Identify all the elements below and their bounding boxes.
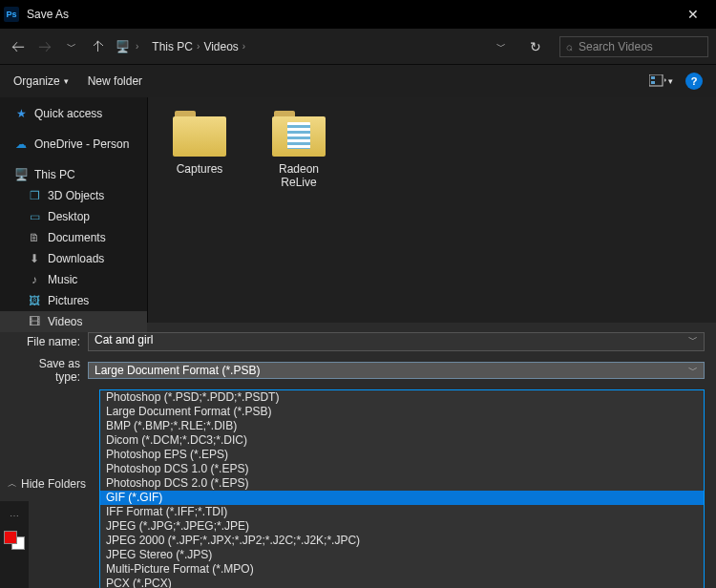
sidebar-item-this-pc[interactable]: 🖥️ This PC bbox=[0, 164, 147, 185]
monitor-icon: 🖥️ bbox=[13, 167, 29, 182]
download-icon: ⬇ bbox=[27, 251, 42, 266]
sidebar-item-documents[interactable]: 🗎Documents bbox=[0, 227, 147, 248]
up-button[interactable]: 🡡 bbox=[88, 36, 109, 57]
cube-icon: ❒ bbox=[27, 188, 42, 203]
document-icon: 🗎 bbox=[27, 230, 42, 245]
new-folder-button[interactable]: New folder bbox=[88, 74, 142, 88]
chevron-right-icon: › bbox=[242, 41, 245, 52]
window-title: Save As bbox=[27, 8, 69, 21]
chevron-right-icon: › bbox=[197, 41, 200, 52]
svg-rect-1 bbox=[651, 76, 655, 79]
file-type-option[interactable]: Photoshop (*.PSD;*.PDD;*.PSDT) bbox=[100, 390, 704, 405]
folder-captures[interactable]: Captures bbox=[163, 109, 236, 311]
music-icon: ♪ bbox=[27, 272, 42, 287]
nav-bar: 🡠 🡢 ﹀ 🡡 🖥️ › This PC › Videos › ﹀ ↻ ⌕ Se… bbox=[0, 29, 716, 65]
address-dropdown-button[interactable]: ﹀ bbox=[491, 36, 512, 57]
desktop-icon: ▭ bbox=[27, 209, 42, 224]
sidebar-item-pictures[interactable]: 🖼Pictures bbox=[0, 290, 147, 311]
search-icon: ⌕ bbox=[566, 40, 573, 53]
star-icon: ★ bbox=[13, 106, 29, 121]
save-form: File name: Cat and girl ﹀ Save as type: … bbox=[0, 323, 716, 588]
sidebar-item-quick-access[interactable]: ★ Quick access bbox=[0, 103, 147, 124]
view-options-button[interactable]: ▾ bbox=[647, 73, 674, 90]
back-button[interactable]: 🡠 bbox=[8, 36, 29, 57]
file-view[interactable]: Captures Radeon ReLive bbox=[148, 97, 716, 323]
svg-rect-0 bbox=[649, 74, 663, 86]
crumb-this-pc[interactable]: This PC bbox=[152, 40, 193, 53]
file-type-option[interactable]: Dicom (*.DCM;*.DC3;*.DIC) bbox=[100, 433, 704, 448]
toolbar: Organize ▾ New folder ▾ ? bbox=[0, 65, 716, 97]
file-type-option[interactable]: PCX (*.PCX) bbox=[100, 577, 704, 588]
caret-down-icon: ▾ bbox=[668, 76, 673, 86]
photoshop-logo-icon: Ps bbox=[4, 7, 19, 22]
organize-button[interactable]: Organize ▾ bbox=[13, 74, 69, 88]
save-as-type-label: Save as type: bbox=[11, 357, 88, 384]
file-type-option[interactable]: JPEG (*.JPG;*.JPEG;*.JPE) bbox=[100, 519, 704, 534]
breadcrumb[interactable]: This PC › Videos › bbox=[144, 35, 485, 58]
file-type-option[interactable]: JPEG Stereo (*.JPS) bbox=[100, 548, 704, 562]
sidebar-item-desktop[interactable]: ▭Desktop bbox=[0, 206, 147, 227]
chevron-right-icon: › bbox=[136, 41, 138, 52]
svg-rect-2 bbox=[651, 81, 655, 84]
search-placeholder: Search Videos bbox=[579, 40, 653, 53]
file-name-input[interactable]: Cat and girl ﹀ bbox=[88, 332, 705, 351]
file-type-option[interactable]: Photoshop DCS 1.0 (*.EPS) bbox=[100, 462, 704, 476]
monitor-icon: 🖥️ bbox=[115, 39, 130, 54]
folder-radeon-relive[interactable]: Radeon ReLive bbox=[263, 109, 335, 311]
sidebar-item-videos[interactable]: 🎞Videos bbox=[0, 311, 147, 332]
refresh-button[interactable]: ↻ bbox=[525, 36, 546, 57]
close-button[interactable]: ✕ bbox=[674, 7, 712, 22]
sidebar-item-3d-objects[interactable]: ❒3D Objects bbox=[0, 185, 147, 206]
sidebar: ★ Quick access ☁ OneDrive - Person 🖥️ Th… bbox=[0, 97, 148, 323]
help-button[interactable]: ? bbox=[685, 73, 703, 90]
save-as-type-select[interactable]: Large Document Format (*.PSB) ﹀ bbox=[88, 362, 705, 379]
chevron-down-icon[interactable]: ﹀ bbox=[688, 364, 698, 377]
chevron-up-icon: ︿ bbox=[8, 477, 17, 491]
picture-icon: 🖼 bbox=[27, 293, 42, 308]
file-type-option[interactable]: Photoshop DCS 2.0 (*.EPS) bbox=[100, 476, 704, 491]
file-type-option[interactable]: Photoshop EPS (*.EPS) bbox=[100, 448, 704, 462]
video-icon: 🎞 bbox=[27, 314, 42, 329]
file-type-option[interactable]: Large Document Format (*.PSB) bbox=[100, 405, 704, 419]
folder-icon bbox=[171, 109, 228, 157]
folder-icon bbox=[270, 109, 327, 157]
file-type-option[interactable]: BMP (*.BMP;*.RLE;*.DIB) bbox=[100, 419, 704, 433]
foreground-color-swatch[interactable] bbox=[4, 531, 17, 544]
file-type-option[interactable]: GIF (*.GIF) bbox=[100, 491, 704, 505]
chevron-down-icon[interactable]: ﹀ bbox=[688, 333, 698, 346]
crumb-videos[interactable]: Videos bbox=[203, 40, 238, 53]
sidebar-item-music[interactable]: ♪Music bbox=[0, 269, 147, 290]
caret-down-icon: ▾ bbox=[64, 76, 69, 86]
photoshop-tool-panel: ⋯ bbox=[0, 501, 29, 588]
sidebar-item-onedrive[interactable]: ☁ OneDrive - Person bbox=[0, 134, 147, 155]
hide-folders-button[interactable]: ︿ Hide Folders bbox=[8, 477, 86, 491]
file-name-label: File name: bbox=[11, 335, 88, 348]
recent-locations-button[interactable]: ﹀ bbox=[61, 36, 82, 57]
sidebar-item-downloads[interactable]: ⬇Downloads bbox=[0, 248, 147, 269]
titlebar: Ps Save As ✕ bbox=[0, 0, 716, 29]
file-type-option[interactable]: Multi-Picture Format (*.MPO) bbox=[100, 562, 704, 577]
more-tools-icon[interactable]: ⋯ bbox=[10, 511, 19, 521]
file-type-dropdown-list[interactable]: Photoshop (*.PSD;*.PDD;*.PSDT)Large Docu… bbox=[99, 389, 705, 588]
file-type-option[interactable]: JPEG 2000 (*.JPF;*.JPX;*.JP2;*.J2C;*.J2K… bbox=[100, 534, 704, 548]
cloud-icon: ☁ bbox=[13, 136, 29, 152]
search-input[interactable]: ⌕ Search Videos bbox=[559, 36, 708, 57]
file-type-option[interactable]: IFF Format (*.IFF;*.TDI) bbox=[100, 505, 704, 519]
forward-button[interactable]: 🡢 bbox=[34, 36, 55, 57]
